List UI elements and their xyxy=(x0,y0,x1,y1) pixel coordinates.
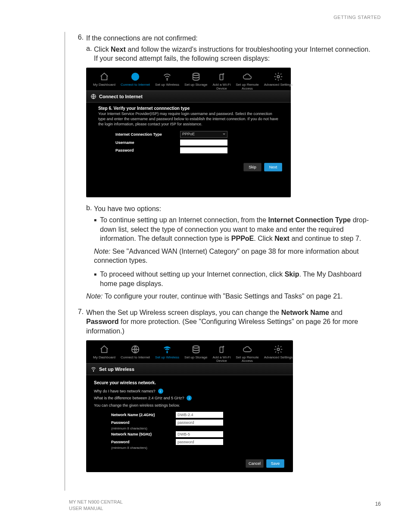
step-7-number: 7. xyxy=(73,308,86,336)
pass24-input[interactable] xyxy=(176,420,223,426)
device-plus-icon xyxy=(215,72,227,81)
step-6-number: 6. xyxy=(73,34,86,43)
section-bar-wireless: Set up Wireless xyxy=(86,363,293,375)
note-advanced-wan: Note: See "Advanced WAN (Internet) Categ… xyxy=(94,247,375,265)
nav-connect-internet[interactable]: Connect to Internet xyxy=(118,345,153,364)
pass5-input[interactable] xyxy=(176,439,223,445)
step-6-a-text: Click Next and follow the wizard's instr… xyxy=(94,45,375,63)
wifi-icon xyxy=(161,345,173,354)
nav-connect-internet[interactable]: Connect to Internet xyxy=(118,72,153,91)
wifi-icon xyxy=(90,366,97,372)
info-icon[interactable]: i xyxy=(158,389,163,394)
button-row: Cancel Save xyxy=(86,457,293,472)
field-password: Password xyxy=(98,147,279,153)
device-plus-icon xyxy=(215,345,227,354)
nav-setup-wireless[interactable]: Set up Wireless xyxy=(153,345,182,364)
connection-type-select[interactable]: PPPoE xyxy=(180,131,227,138)
svg-point-10 xyxy=(277,348,280,351)
field-pass-5: Password xyxy=(94,439,285,445)
nav-remote-access[interactable]: Set up Remote Access xyxy=(233,345,261,364)
nav-setup-storage[interactable]: Set up Storage xyxy=(182,345,210,364)
step-6-b-intro: You have two options: xyxy=(94,204,375,214)
home-icon xyxy=(98,72,110,81)
note-basic-settings: Note: To configure your router, continue… xyxy=(86,292,375,301)
nav-dashboard[interactable]: My Dashboard xyxy=(90,72,118,91)
cancel-button[interactable]: Cancel xyxy=(246,459,264,468)
connection-type-label: Internet Connection Type xyxy=(98,132,180,137)
home-icon xyxy=(98,345,110,354)
screenshot-setup-wireless: My Dashboard Connect to Internet Set up … xyxy=(86,340,293,473)
margin-rule xyxy=(65,32,65,491)
step-7: 7. When the Set up Wireless screen displ… xyxy=(73,308,375,336)
svg-point-8 xyxy=(193,345,199,348)
pass24-label: Password xyxy=(94,420,176,425)
name5-input[interactable] xyxy=(176,431,223,437)
gear-icon xyxy=(272,72,284,81)
field-pass-24: Password xyxy=(94,420,285,426)
nav-dashboard[interactable]: My Dashboard xyxy=(90,345,118,364)
svg-rect-3 xyxy=(220,74,223,80)
step-title: Step 6. Verify your Internet connnection… xyxy=(98,106,279,111)
header-section: GETTING STARTED xyxy=(333,15,381,20)
save-button[interactable]: Save xyxy=(266,459,284,468)
info-two-networks: Why do I have two network names?i xyxy=(94,389,285,394)
svg-rect-9 xyxy=(220,347,223,352)
step-6-a: a. Click Next and follow the wizard's in… xyxy=(86,45,375,63)
subtitle-secure: Secure your wireless network. xyxy=(94,380,285,385)
step-6-b: b. You have two options: xyxy=(86,204,375,214)
step-6: 6. If the connections are not confirmed: xyxy=(73,34,375,43)
password-input[interactable] xyxy=(180,147,227,153)
section-title: Connect to Internet xyxy=(99,94,143,99)
sub-letter-b: b. xyxy=(86,204,94,214)
svg-point-1 xyxy=(167,79,168,80)
page-number: 16 xyxy=(375,501,381,507)
bullet-continue-setup: ■ To continue setting up an Internet con… xyxy=(94,215,375,243)
bullet-skip-text: To proceed without setting up your Inter… xyxy=(100,270,375,288)
svg-point-11 xyxy=(93,371,93,371)
field-name-5: Network Name (5GHz) xyxy=(94,431,285,437)
nav-advanced-settings[interactable]: Advanced Settings xyxy=(262,345,296,364)
body-content: 6. If the connections are not confirmed:… xyxy=(73,34,375,479)
nav-advanced-settings[interactable]: Advanced Settings xyxy=(262,72,296,91)
wifi-icon xyxy=(161,72,173,81)
globe-icon xyxy=(90,93,97,100)
screenshot-body: Secure your wireless network. Why do I h… xyxy=(86,375,293,457)
footer-product: MY NET N900 CENTRAL USER MANUAL xyxy=(69,499,123,511)
nav-add-wifi-device[interactable]: Add a Wi-Fi Device xyxy=(210,72,233,91)
username-input[interactable] xyxy=(180,140,227,146)
next-button[interactable]: Next xyxy=(264,163,282,171)
nav-add-wifi-device[interactable]: Add a Wi-Fi Device xyxy=(210,345,233,364)
globe-icon xyxy=(129,72,141,81)
field-username: Username xyxy=(98,140,279,146)
storage-icon xyxy=(190,72,202,81)
min5-hint: (minimum 8 characters) xyxy=(94,446,285,450)
nav-remote-access[interactable]: Set up Remote Access xyxy=(233,72,261,91)
cloud-icon xyxy=(241,72,253,81)
name24-input[interactable] xyxy=(176,412,223,418)
section-title: Set up Wireless xyxy=(99,367,134,372)
screenshot-body: Step 6. Verify your Internet connnection… xyxy=(86,103,291,160)
svg-point-2 xyxy=(193,73,199,76)
nav-bar: My Dashboard Connect to Internet Set up … xyxy=(86,340,293,364)
step-6-intro: If the connections are not confirmed: xyxy=(86,34,375,43)
sub-letter-a: a. xyxy=(86,45,94,63)
change-note: You can change the given wireless settin… xyxy=(94,403,285,408)
nav-bar: My Dashboard Connect to Internet Set up … xyxy=(86,68,291,91)
password-label: Password xyxy=(98,148,180,152)
info-icon[interactable]: i xyxy=(187,395,192,401)
skip-button[interactable]: Skip xyxy=(243,163,262,171)
cloud-icon xyxy=(241,345,253,354)
min24-hint: (minimum 8 characters) xyxy=(94,426,285,430)
bullet-dot: ■ xyxy=(94,270,100,288)
step-description: Your Internet Service Provider(ISP) may … xyxy=(98,112,279,127)
nav-setup-wireless[interactable]: Set up Wireless xyxy=(153,72,182,91)
svg-point-4 xyxy=(277,75,280,78)
nav-setup-storage[interactable]: Set up Storage xyxy=(182,72,210,91)
field-connection-type: Internet Connection Type PPPoE xyxy=(98,131,279,138)
field-name-24: Network Name (2.4GHz) xyxy=(94,412,285,418)
globe-icon xyxy=(129,345,141,354)
button-row: Skip Next xyxy=(86,160,291,176)
name24-label: Network Name (2.4GHz) xyxy=(94,413,176,417)
section-bar-connect: Connect to Internet xyxy=(86,90,291,103)
screenshot-connect-internet: My Dashboard Connect to Internet Set up … xyxy=(86,68,291,198)
